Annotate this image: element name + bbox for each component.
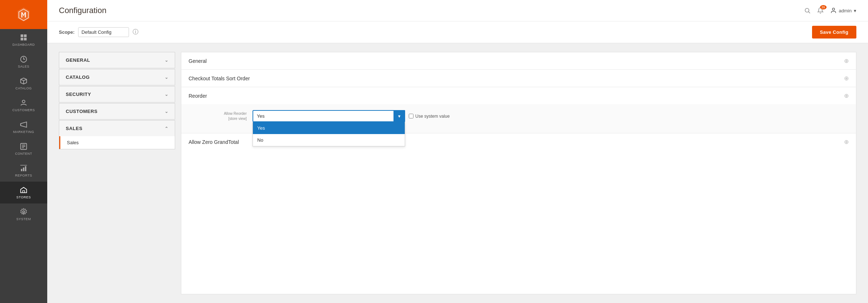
svg-point-20 [832, 8, 835, 10]
chevron-down-icon: ⌄ [165, 92, 169, 97]
marketing-icon [20, 121, 28, 129]
stores-icon [20, 186, 28, 194]
admin-user-menu[interactable]: admin ▾ [830, 7, 856, 14]
dropdown-arrow-button[interactable]: ▼ [393, 110, 405, 122]
sidebar-item-label: CONTENT [15, 152, 32, 155]
svg-line-19 [808, 12, 810, 13]
use-system-value-checkbox[interactable] [409, 114, 413, 118]
accordion-catalog: CATALOG ⌄ [59, 69, 175, 85]
expand-icon: ⊕ [844, 138, 849, 145]
svg-rect-1 [24, 35, 27, 37]
svg-point-6 [22, 100, 25, 103]
search-icon [804, 7, 811, 14]
sidebar-item-content[interactable]: CONTENT [0, 138, 47, 160]
reorder-title: Reorder [189, 93, 207, 99]
content-icon [20, 142, 28, 150]
sidebar-item-system[interactable]: SYSTEM [0, 203, 47, 225]
svg-rect-14 [25, 166, 27, 171]
admin-username: admin [839, 8, 852, 13]
accordion-general: GENERAL ⌄ [59, 52, 175, 68]
notifications-button[interactable]: 39 [817, 7, 824, 14]
sidebar-item-catalog[interactable]: CATALOG [0, 73, 47, 94]
sales-icon [20, 55, 28, 63]
sidebar-item-sales[interactable]: SALES [0, 51, 47, 73]
catalog-icon [20, 77, 28, 85]
accordion-label-catalog: CATALOG [66, 74, 90, 80]
accordion-header-sales[interactable]: SALES ⌃ [59, 121, 175, 136]
reorder-body: Allow Reorder [store view] Yes No ▼ [181, 104, 856, 133]
dashboard-icon [20, 33, 28, 41]
allow-reorder-field-row: Allow Reorder [store view] Yes No ▼ [189, 110, 849, 122]
section-row-general[interactable]: General ⊕ [181, 52, 856, 70]
sidebar-item-dashboard[interactable]: DASHBOARD [0, 29, 47, 51]
notification-count: 39 [820, 5, 827, 9]
sidebar: DASHBOARD SALES CATALOG CUSTO [0, 0, 47, 303]
expand-icon: ⊕ [844, 75, 849, 82]
svg-rect-2 [21, 38, 23, 40]
expand-icon: ⊕ [844, 57, 849, 64]
sidebar-item-label: REPORTS [15, 174, 32, 177]
sidebar-logo [0, 0, 47, 29]
dropdown-option-yes[interactable]: Yes [253, 122, 405, 134]
accordion-security: SECURITY ⌄ [59, 86, 175, 102]
accordion-header-general[interactable]: GENERAL ⌄ [59, 52, 175, 68]
allow-reorder-field-control: Yes No ▼ Yes No [253, 110, 450, 122]
use-system-value-label: Use system value [415, 114, 450, 119]
help-icon[interactable]: ⓘ [133, 28, 138, 36]
expand-icon: ⊕ [844, 92, 849, 99]
sidebar-item-stores[interactable]: STORES [0, 182, 47, 203]
scope-left: Scope: Default Config ⓘ [59, 27, 138, 37]
accordion-subitem-sales[interactable]: Sales [59, 136, 175, 149]
accordion-label-security: SECURITY [66, 92, 91, 97]
page-title: Configuration [59, 6, 106, 15]
allow-reorder-select[interactable]: Yes No [253, 110, 405, 122]
svg-rect-13 [23, 167, 24, 171]
chevron-down-icon: ⌄ [165, 58, 169, 63]
sidebar-item-label: CUSTOMERS [12, 108, 35, 112]
accordion-header-customers[interactable]: CUSTOMERS ⌄ [59, 104, 175, 119]
svg-rect-12 [21, 169, 23, 171]
accordion-header-catalog[interactable]: CATALOG ⌄ [59, 69, 175, 85]
accordion-label-general: GENERAL [66, 57, 90, 63]
chevron-down-icon: ⌄ [165, 109, 169, 114]
scope-bar: Scope: Default Config ⓘ Save Config [47, 21, 868, 43]
sidebar-item-label: SALES [18, 65, 29, 68]
accordion-label-sales: SALES [66, 126, 82, 131]
section-row-general-title: General [189, 58, 207, 64]
admin-chevron-icon: ▾ [854, 8, 856, 13]
sidebar-item-label: DASHBOARD [12, 43, 35, 47]
svg-point-18 [805, 8, 809, 12]
chevron-down-icon: ⌄ [165, 75, 169, 80]
scope-dropdown-wrapper: Default Config [78, 27, 129, 37]
sidebar-item-customers[interactable]: CUSTOMERS [0, 94, 47, 116]
accordion-sales: SALES ⌃ Sales [59, 120, 175, 149]
accordion-header-security[interactable]: SECURITY ⌄ [59, 86, 175, 102]
svg-point-17 [23, 211, 25, 213]
allow-reorder-label: Allow Reorder [store view] [189, 111, 247, 121]
save-config-button[interactable]: Save Config [812, 26, 856, 39]
sidebar-item-label: SYSTEM [16, 217, 31, 221]
dropdown-option-no[interactable]: No [253, 134, 405, 146]
magento-logo-icon [16, 7, 32, 23]
customers-icon [20, 99, 28, 107]
main-area: Configuration 39 [47, 0, 868, 303]
accordion-customers: CUSTOMERS ⌄ [59, 103, 175, 120]
use-system-value-row: Use system value [409, 114, 450, 119]
sidebar-item-reports[interactable]: REPORTS [0, 160, 47, 182]
scope-label: Scope: [59, 29, 74, 35]
reorder-header[interactable]: Reorder ⊕ [181, 87, 856, 104]
left-panel: GENERAL ⌄ CATALOG ⌄ SECURITY ⌄ [59, 52, 175, 294]
system-icon [20, 208, 28, 216]
section-row-checkout-title: Checkout Totals Sort Order [189, 76, 250, 81]
sidebar-item-label: MARKETING [13, 130, 34, 134]
zero-grandtotal-title: Allow Zero GrandTotal [189, 139, 239, 145]
reports-icon [20, 164, 28, 172]
chevron-up-icon: ⌃ [165, 126, 169, 131]
sidebar-item-marketing[interactable]: MARKETING [0, 116, 47, 138]
user-icon [830, 7, 837, 14]
search-button[interactable] [804, 7, 811, 14]
scope-select[interactable]: Default Config [78, 27, 129, 37]
top-header: Configuration 39 [47, 0, 868, 21]
section-row-checkout-totals[interactable]: Checkout Totals Sort Order ⊕ [181, 70, 856, 87]
accordion-subitem-label: Sales [67, 140, 79, 145]
